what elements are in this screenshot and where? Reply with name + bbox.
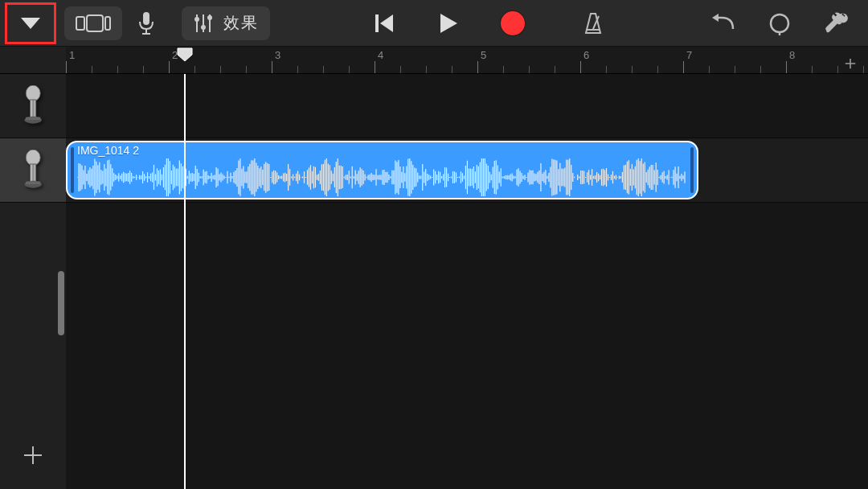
svg-rect-13	[375, 14, 379, 32]
skip-back-icon	[374, 13, 395, 34]
track-headers	[0, 74, 66, 489]
svg-point-21	[26, 85, 40, 101]
ruler-bar-number: 8	[789, 49, 795, 61]
clip-label: IMG_1014 2	[77, 144, 139, 157]
timeline-ruler[interactable]: 12345678 ＋	[0, 47, 868, 74]
track-view-button[interactable]	[64, 6, 122, 40]
svg-point-12	[207, 15, 212, 20]
metronome-icon	[581, 11, 605, 35]
svg-rect-24	[26, 117, 40, 121]
track-header[interactable]	[0, 74, 66, 138]
navigation-dropdown-button[interactable]	[5, 2, 56, 44]
svg-rect-28	[26, 182, 40, 185]
wrench-icon	[824, 11, 848, 35]
svg-marker-18	[712, 14, 719, 22]
svg-rect-26	[30, 164, 35, 182]
microphone-icon	[137, 11, 155, 35]
workspace: IMG_1014 2	[0, 74, 868, 489]
audio-clip[interactable]: IMG_1014 2	[66, 141, 698, 199]
ruler-bar-number: 5	[481, 49, 486, 61]
go-to-start-button[interactable]	[368, 7, 400, 39]
svg-marker-15	[440, 14, 457, 33]
svg-point-10	[201, 25, 206, 30]
metronome-button[interactable]	[577, 7, 609, 39]
svg-rect-1	[76, 17, 84, 30]
playhead[interactable]	[184, 74, 186, 489]
svg-rect-4	[143, 12, 149, 25]
svg-rect-22	[30, 100, 35, 117]
clip-waveform	[77, 158, 687, 196]
ruler-bar-number: 6	[583, 49, 589, 61]
toolbar: 效果	[0, 0, 868, 47]
svg-marker-14	[380, 14, 393, 32]
ruler-gutter	[0, 47, 66, 73]
clip-trim-right[interactable]	[690, 147, 694, 193]
tracks-area[interactable]: IMG_1014 2	[66, 74, 868, 489]
plus-icon	[21, 443, 45, 467]
svg-rect-2	[87, 15, 103, 31]
ruler-bar-number: 1	[69, 49, 75, 61]
loop-browser-button[interactable]	[764, 7, 796, 39]
toolbar-right-group	[707, 7, 852, 39]
playhead-handle[interactable]	[177, 47, 193, 60]
track-volume-handle[interactable]	[58, 271, 64, 335]
track-lane[interactable]: IMG_1014 2	[66, 138, 868, 203]
transport-controls	[276, 7, 701, 39]
play-button[interactable]	[432, 7, 465, 39]
svg-point-19	[771, 14, 788, 32]
fx-button[interactable]: 效果	[182, 6, 270, 40]
sliders-icon	[193, 13, 214, 34]
svg-marker-0	[21, 18, 40, 29]
garageband-app: 效果	[0, 0, 868, 489]
toolbar-left-group: 效果	[5, 2, 270, 44]
track-header[interactable]	[0, 138, 66, 203]
undo-button[interactable]	[707, 7, 739, 39]
svg-point-25	[26, 150, 40, 166]
microphone-button[interactable]	[130, 7, 162, 39]
add-track-button[interactable]	[0, 431, 66, 479]
triangle-down-icon	[19, 16, 42, 31]
fx-label: 效果	[223, 12, 259, 34]
record-button[interactable]	[497, 7, 529, 39]
add-section-button[interactable]: ＋	[841, 50, 860, 76]
undo-icon	[710, 13, 736, 34]
settings-button[interactable]	[820, 7, 852, 39]
play-icon	[438, 12, 459, 35]
svg-point-8	[194, 17, 199, 22]
record-icon	[501, 11, 525, 35]
clip-trim-left[interactable]	[71, 147, 74, 193]
svg-rect-3	[105, 17, 110, 30]
ruler-bar-number: 7	[686, 49, 692, 61]
track-view-icon	[76, 14, 111, 33]
ruler-bar-number: 4	[378, 49, 383, 61]
track-lane[interactable]	[66, 74, 868, 138]
ruler-bar-number: 3	[275, 49, 280, 61]
loop-icon	[768, 11, 792, 35]
